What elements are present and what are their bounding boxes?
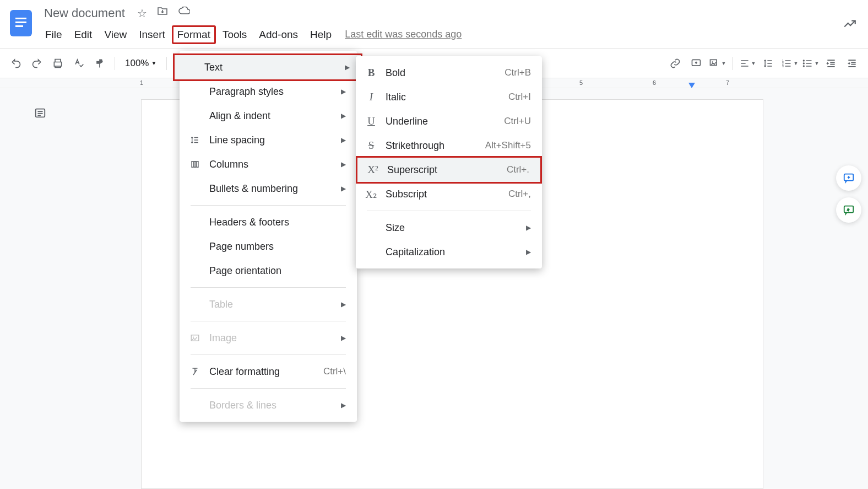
add-comment-floating-button[interactable] <box>836 165 861 191</box>
menu-item-label: Page numbers <box>209 241 346 252</box>
menu-item-label: Bullets & numbering <box>209 183 330 195</box>
activity-icon[interactable] <box>843 17 857 31</box>
format-menu-item-paragraph-styles[interactable]: Paragraph styles▶ <box>180 79 357 104</box>
submenu-arrow-icon: ▶ <box>341 300 346 308</box>
menu-file[interactable]: File <box>40 25 68 44</box>
menu-item-label: Text <box>204 62 334 73</box>
text-menu-item-size[interactable]: Size▶ <box>356 216 542 240</box>
format-menu-item-line-spacing[interactable]: Line spacing▶ <box>180 128 357 152</box>
svg-point-10 <box>802 60 804 61</box>
format-menu-item-bullets-numbering[interactable]: Bullets & numbering▶ <box>180 176 357 201</box>
paint-format-button[interactable] <box>90 54 109 73</box>
menu-item-shortcut: Ctrl+\ <box>323 366 346 377</box>
menu-item-label: Italic <box>386 92 508 103</box>
align-button[interactable]: ▼ <box>738 54 757 73</box>
menu-item-shortcut: Ctrl+, <box>508 189 531 200</box>
outline-toggle-button[interactable] <box>31 104 50 122</box>
menu-tools[interactable]: Tools <box>217 25 252 44</box>
bulleted-list-button[interactable]: ▼ <box>801 54 820 73</box>
svg-rect-2 <box>15 22 26 23</box>
menu-item-label: Strikethrough <box>386 140 485 152</box>
suggest-edits-floating-button[interactable] <box>836 197 861 223</box>
text-menu-item-bold[interactable]: BBoldCtrl+B <box>356 61 542 85</box>
ruler-mark: 6 <box>653 79 656 86</box>
menu-edit[interactable]: Edit <box>69 25 98 44</box>
title-area: New document ☆ File Edit View Insert For… <box>40 4 859 44</box>
menu-item-label: Underline <box>386 116 504 127</box>
menu-item-label: Subscript <box>386 189 508 200</box>
submenu-arrow-icon: ▶ <box>341 185 346 192</box>
text-menu-item-superscript[interactable]: X²SuperscriptCtrl+. <box>357 158 540 182</box>
submenu-arrow-icon: ▶ <box>341 112 346 120</box>
menu-addons[interactable]: Add-ons <box>253 25 303 44</box>
submenu-arrow-icon: ▶ <box>526 248 531 256</box>
format-menu-item-page-orientation[interactable]: Page orientation <box>180 259 357 283</box>
increase-indent-button[interactable] <box>843 54 861 73</box>
svg-rect-3 <box>15 25 23 27</box>
submenu-arrow-icon: ▶ <box>341 401 346 409</box>
document-title[interactable]: New document <box>40 5 129 22</box>
last-edit-link[interactable]: Last edit was seconds ago <box>338 25 468 44</box>
zoom-select[interactable]: 100%▼ <box>121 58 161 69</box>
move-icon[interactable] <box>157 7 168 20</box>
menu-help[interactable]: Help <box>305 25 337 44</box>
format-menu-item-columns[interactable]: Columns▶ <box>180 152 357 176</box>
line-spacing-icon <box>187 135 203 145</box>
format-menu-item-table: Table▶ <box>180 292 357 316</box>
line-spacing-button[interactable] <box>759 54 778 73</box>
format-menu-item-page-numbers[interactable]: Page numbers <box>180 234 357 259</box>
menu-view[interactable]: View <box>99 25 132 44</box>
menubar: File Edit View Insert Format Tools Add-o… <box>40 25 859 44</box>
menu-insert[interactable]: Insert <box>133 25 171 44</box>
undo-button[interactable] <box>7 54 25 73</box>
text-submenu-dropdown: BBoldCtrl+BIItalicCtrl+IUUnderlineCtrl+U… <box>356 56 542 268</box>
spellcheck-button[interactable] <box>69 54 88 73</box>
format-menu-item-clear-formatting[interactable]: Clear formattingCtrl+\ <box>180 359 357 384</box>
menu-item-label: Clear formatting <box>209 366 323 378</box>
floating-side-buttons <box>836 165 861 223</box>
text-menu-item-capitalization[interactable]: Capitalization▶ <box>356 240 542 264</box>
bold-icon: B <box>364 67 379 79</box>
docs-logo[interactable] <box>9 8 33 39</box>
format-menu-item-align-indent[interactable]: Align & indent▶ <box>180 104 357 128</box>
menu-item-label: Headers & footers <box>209 217 346 228</box>
menu-item-label: Page orientation <box>209 265 346 277</box>
redo-button[interactable] <box>28 54 46 73</box>
numbered-list-button[interactable]: 123▼ <box>780 54 799 73</box>
svg-rect-1 <box>15 18 26 19</box>
menu-item-label: Image <box>209 332 330 344</box>
superscript-icon: X² <box>365 164 381 176</box>
cloud-status-icon[interactable] <box>178 7 190 20</box>
header: New document ☆ File Edit View Insert For… <box>0 0 868 49</box>
text-menu-item-strikethrough[interactable]: SStrikethroughAlt+Shift+5 <box>356 133 542 158</box>
menu-item-label: Align & indent <box>209 110 330 122</box>
text-menu-item-underline[interactable]: UUnderlineCtrl+U <box>356 109 542 133</box>
svg-text:3: 3 <box>782 64 783 67</box>
decrease-indent-button[interactable] <box>822 54 840 73</box>
star-icon[interactable]: ☆ <box>137 7 147 20</box>
columns-icon <box>187 159 203 169</box>
submenu-arrow-icon: ▶ <box>341 88 346 95</box>
format-menu-item-text[interactable]: Text▶ <box>175 55 361 79</box>
ruler-mark: 7 <box>726 79 729 86</box>
menu-item-label: Capitalization <box>386 246 515 258</box>
subscript-icon: X₂ <box>364 188 379 201</box>
menu-item-shortcut: Ctrl+. <box>507 164 529 175</box>
menu-item-label: Borders & lines <box>209 400 330 411</box>
format-menu-item-headers-footers[interactable]: Headers & footers <box>180 210 357 234</box>
menu-item-shortcut: Ctrl+I <box>508 92 531 103</box>
insert-image-button[interactable]: ▼ <box>708 54 726 73</box>
svg-point-12 <box>802 65 804 67</box>
text-menu-item-subscript[interactable]: X₂SubscriptCtrl+, <box>356 182 542 206</box>
underline-icon: U <box>364 115 379 127</box>
add-comment-button[interactable] <box>687 54 706 73</box>
italic-icon: I <box>364 91 379 103</box>
menu-format[interactable]: Format <box>172 25 216 44</box>
submenu-arrow-icon: ▶ <box>345 63 350 71</box>
menu-item-shortcut: Ctrl+B <box>504 67 531 78</box>
menu-item-shortcut: Alt+Shift+5 <box>485 140 531 151</box>
print-button[interactable] <box>48 54 67 73</box>
text-menu-item-italic[interactable]: IItalicCtrl+I <box>356 85 542 109</box>
menu-item-label: Columns <box>209 159 330 170</box>
insert-link-button[interactable] <box>666 54 685 73</box>
